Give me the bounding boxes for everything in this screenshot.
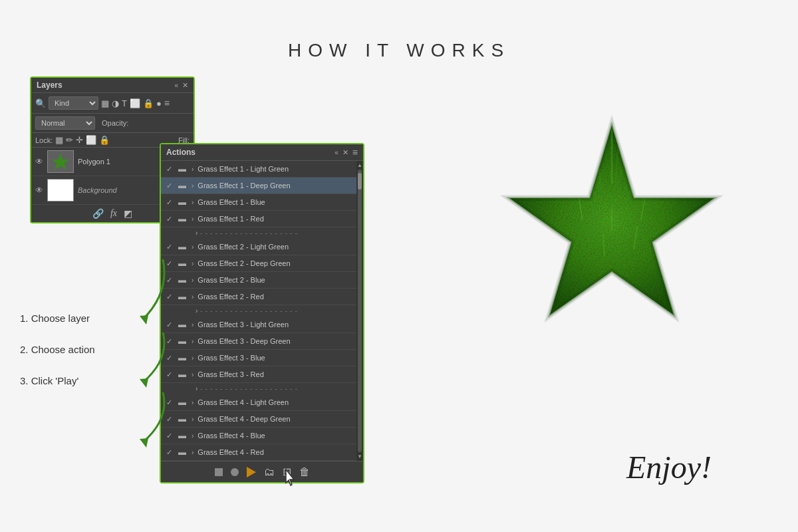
action-name: Grass Effect 4 - Blue [198,432,351,440]
instruction-step1: 1. Choose layer [20,313,95,324]
action-item-g1-blue[interactable]: ✓ ▬ › Grass Effect 1 - Blue [161,194,356,211]
chevron-right-icon: › [192,166,194,173]
action-item-g2-deep-green[interactable]: ✓ ▬ › Grass Effect 2 - Deep Green [161,255,356,272]
eye-icon-bg[interactable]: 👁 [35,186,43,195]
opacity-label: Opacity: [102,119,128,127]
scroll-down-arrow[interactable]: ▼ [357,454,362,460]
action-item-g2-red[interactable]: ✓ ▬ › Grass Effect 2 - Red [161,289,356,305]
chevron-right-icon: › [192,321,194,329]
lock-artboard-icon[interactable]: ⬜ [86,135,96,145]
chevron-right-icon: › [192,260,194,267]
action-item-g3-red[interactable]: ✓ ▬ › Grass Effect 3 - Red [161,366,356,383]
hamburger-icon[interactable]: ≡ [164,98,170,108]
record-button[interactable] [231,468,239,476]
action-name: Grass Effect 3 - Blue [198,354,351,362]
adjustment-icon[interactable]: ◑ [112,98,119,108]
action-item-g1-light-green[interactable]: ✓ ▬ › Grass Effect 1 - Light Green [161,161,356,178]
search-icon[interactable]: 🔍 [35,98,46,108]
chevron-right-icon: › [192,449,194,456]
action-doc-icon: ▬ [178,164,188,174]
action-item-g4-red[interactable]: ✓ ▬ › Grass Effect 4 - Red [161,444,356,461]
action-doc-icon: ▬ [178,398,188,407]
actions-panel-controls: « ✕ ≡ [334,147,358,158]
action-doc-icon: ▬ [178,198,188,207]
action-doc-icon: ▬ [178,214,188,223]
action-name: Grass Effect 1 - Deep Green [198,182,351,190]
instructions: 1. Choose layer 2. Choose action 3. Clic… [20,313,95,406]
layer-name-background: Background [78,186,117,194]
svg-line-16 [489,211,513,213]
layers-row2: Normal Opacity: [31,114,194,133]
action-name: Grass Effect 1 - Red [198,215,351,223]
link-icon[interactable]: 🔗 [92,208,104,219]
actions-scrollbar[interactable]: ▲ ▼ [356,161,363,461]
arrow-choose-action [123,326,176,392]
blend-mode-select[interactable]: Normal [35,116,95,130]
play-button[interactable] [247,467,256,477]
new-folder-button[interactable]: 🗂 [264,466,275,478]
chevron-right-icon: › [192,293,194,301]
smart-icon[interactable]: 🔒 [143,98,154,108]
actions-list: ✓ ▬ › Grass Effect 1 - Light Green ✓ ▬ ›… [161,161,356,461]
chevron-right-icon: › [192,416,194,423]
action-name: Grass Effect 4 - Deep Green [198,415,351,423]
arrow-choose-layer [123,253,176,332]
svg-line-17 [492,220,517,221]
action-name: Grass Effect 3 - Light Green [198,321,351,329]
lock-label: Lock: [35,136,53,144]
action-name: Grass Effect 2 - Deep Green [198,259,351,267]
grass-star-svg [466,86,758,412]
lock-move-icon[interactable]: ✛ [76,135,83,145]
actions-close-icon[interactable]: ✕ [342,148,348,157]
action-name: Grass Effect 3 - Red [198,370,351,378]
check-icon: ✓ [166,182,174,190]
action-name: Grass Effect 4 - Red [198,448,351,456]
scroll-up-arrow[interactable]: ▲ [357,162,362,168]
kind-select[interactable]: Kind [49,96,98,110]
action-name: Grass Effect 3 - Deep Green [198,337,351,345]
mask-icon[interactable]: ◩ [124,208,132,219]
scroll-handle[interactable] [358,173,362,190]
action-name: Grass Effect 1 - Light Green [198,165,351,173]
separator-3: › - - - - - - - - - - - - - - - - - - - … [161,383,356,394]
type-icon[interactable]: T [122,98,127,108]
chevron-right-icon: › [192,432,194,440]
scroll-track [358,170,362,452]
layers-titlebar: Layers « ✕ [31,78,194,93]
layer-thumb-background [47,179,74,201]
chevron-right-icon: › [192,354,194,362]
shape-icon[interactable]: ⬜ [130,98,140,108]
action-item-g4-deep-green[interactable]: ✓ ▬ › Grass Effect 4 - Deep Green [161,411,356,428]
lock-all-icon[interactable]: 🔒 [99,135,110,145]
actions-menu-icon[interactable]: ≡ [352,147,358,158]
action-item-g2-light-green[interactable]: ✓ ▬ › Grass Effect 2 - Light Green [161,239,356,255]
stop-button[interactable] [215,468,223,476]
action-item-g1-deep-green[interactable]: ✓ ▬ › Grass Effect 1 - Deep Green [161,178,356,194]
action-name: Grass Effect 1 - Blue [198,198,351,206]
action-name: Grass Effect 2 - Red [198,293,351,301]
chevron-right-icon: › [192,371,194,378]
fx-icon[interactable]: fx [110,208,117,219]
chevron-right-icon: › [192,399,194,406]
pixel-icon[interactable]: ▦ [101,98,109,108]
action-doc-icon: ▬ [178,259,188,268]
eye-icon[interactable]: 👁 [35,157,43,166]
action-item-g3-light-green[interactable]: ✓ ▬ › Grass Effect 3 - Light Green [161,317,356,333]
lock-transparent-icon[interactable]: ▦ [55,135,63,145]
collapse-icon[interactable]: « [174,82,178,89]
actions-collapse-icon[interactable]: « [334,149,338,156]
action-item-g4-light-green[interactable]: ✓ ▬ › Grass Effect 4 - Light Green [161,394,356,411]
svg-line-5 [587,140,591,198]
action-item-g3-blue[interactable]: ✓ ▬ › Grass Effect 3 - Blue [161,350,356,366]
action-item-g2-blue[interactable]: ✓ ▬ › Grass Effect 2 - Blue [161,272,356,289]
lock-paint-icon[interactable]: ✏ [66,135,73,145]
action-item-g3-deep-green[interactable]: ✓ ▬ › Grass Effect 3 - Deep Green [161,333,356,350]
separator-line: - - - - - - - - - - - - - - - - - - - - [200,308,297,315]
action-name: Grass Effect 2 - Light Green [198,243,351,251]
action-item-g4-blue[interactable]: ✓ ▬ › Grass Effect 4 - Blue [161,428,356,444]
svg-line-13 [634,140,638,198]
delete-button[interactable]: 🗑 [299,466,310,478]
action-item-g1-red[interactable]: ✓ ▬ › Grass Effect 1 - Red [161,211,356,227]
close-icon[interactable]: ✕ [182,81,188,90]
layer-name-polygon1: Polygon 1 [78,158,110,166]
